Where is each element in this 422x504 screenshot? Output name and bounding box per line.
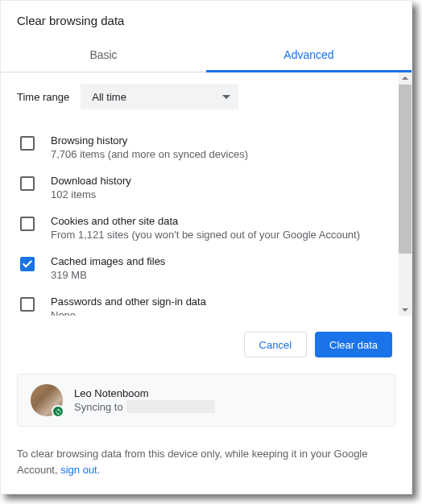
scroll-area: Time range All time Browsing history 7,7… bbox=[1, 72, 412, 316]
chevron-down-icon bbox=[222, 95, 230, 99]
item-title: Cookies and other site data bbox=[51, 215, 360, 227]
sync-icon bbox=[52, 405, 64, 418]
scroll-up-icon[interactable] bbox=[402, 76, 408, 80]
item-sub: From 1,121 sites (you won't be signed ou… bbox=[51, 229, 360, 241]
syncing-label: Syncing to bbox=[74, 401, 123, 413]
item-sub: None bbox=[51, 309, 206, 316]
dialog-title: Clear browsing data bbox=[1, 1, 412, 39]
checkbox-cached[interactable] bbox=[20, 257, 35, 271]
item-sub: 319 MB bbox=[51, 269, 165, 281]
checkbox-passwords[interactable] bbox=[20, 297, 35, 312]
checkbox-cookies[interactable] bbox=[20, 217, 35, 231]
item-download-history[interactable]: Download history 102 items bbox=[17, 167, 395, 208]
sign-out-link[interactable]: sign out bbox=[60, 464, 97, 476]
time-range-value: All time bbox=[92, 91, 126, 103]
account-sync-status: Syncing to bbox=[74, 400, 215, 413]
item-title: Cached images and files bbox=[51, 255, 165, 267]
item-title: Download history bbox=[51, 175, 131, 187]
item-cached[interactable]: Cached images and files 319 MB bbox=[17, 248, 395, 288]
scrollbar[interactable] bbox=[399, 72, 412, 316]
item-title: Passwords and other sign-in data bbox=[51, 295, 206, 308]
avatar-wrap bbox=[31, 384, 63, 416]
scrollbar-thumb[interactable] bbox=[399, 85, 412, 254]
item-cookies[interactable]: Cookies and other site data From 1,121 s… bbox=[17, 208, 395, 248]
time-range-select[interactable]: All time bbox=[81, 84, 238, 109]
redacted-account-target bbox=[126, 400, 215, 413]
item-sub: 102 items bbox=[51, 188, 131, 200]
item-sub: 7,706 items (and more on synced devices) bbox=[51, 148, 248, 160]
cancel-button[interactable]: Cancel bbox=[244, 332, 307, 357]
tabs: Basic Advanced bbox=[1, 39, 412, 72]
footer-text: To clear browsing data from this device … bbox=[1, 440, 412, 494]
checkbox-download-history[interactable] bbox=[20, 176, 35, 191]
tab-advanced[interactable]: Advanced bbox=[206, 39, 412, 72]
clear-data-button[interactable]: Clear data bbox=[315, 332, 392, 357]
tab-basic[interactable]: Basic bbox=[1, 39, 206, 72]
checkbox-browsing-history[interactable] bbox=[20, 136, 35, 151]
scroll-down-icon[interactable] bbox=[402, 308, 408, 312]
item-browsing-history[interactable]: Browsing history 7,706 items (and more o… bbox=[17, 127, 395, 167]
account-text: Leo Notenboom Syncing to bbox=[74, 387, 215, 413]
footer-after: . bbox=[97, 464, 101, 476]
account-card: Leo Notenboom Syncing to bbox=[17, 374, 395, 427]
account-name: Leo Notenboom bbox=[74, 387, 215, 399]
item-title: Browsing history bbox=[51, 134, 248, 147]
time-range-row: Time range All time bbox=[17, 84, 395, 109]
item-passwords[interactable]: Passwords and other sign-in data None bbox=[17, 288, 395, 316]
clear-browsing-data-dialog: Clear browsing data Basic Advanced Time … bbox=[0, 0, 412, 494]
button-row: Cancel Clear data bbox=[1, 316, 412, 374]
time-range-label: Time range bbox=[17, 91, 69, 103]
